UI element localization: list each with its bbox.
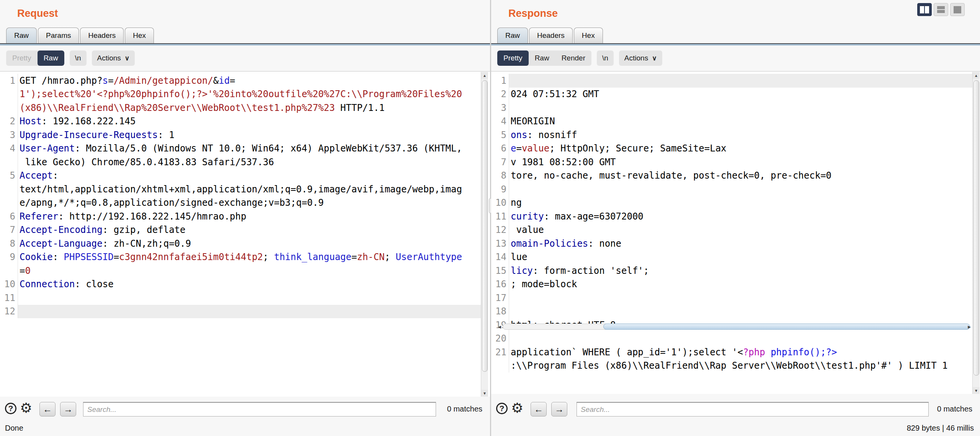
line-text [18,305,483,319]
editor-row: 5ons: nosniff [491,128,973,142]
scroll-down-icon[interactable]: ▼ [481,390,488,397]
line-number: 11 [0,291,18,305]
line-number: 2 [0,115,18,129]
tab-params[interactable]: Params [38,28,79,43]
status-message: Done [5,424,23,433]
line-text: tore, no-cache, must-revalidate, post-ch… [509,169,973,183]
editor-row: =0 [0,264,483,278]
request-searchbar: ? ⚙ ← → 0 matches [0,401,490,420]
tab-raw[interactable]: Raw [497,28,528,43]
editor-row: 5Accept: [0,169,483,183]
tab-headers[interactable]: Headers [529,28,573,43]
request-actions-button[interactable]: Actions ∨ [92,50,135,66]
line-number: 9 [0,251,18,264]
scroll-right-icon[interactable]: ▶ [966,324,972,330]
editor-row: 1GET /hmrao.php?s=/Admin/getappicon/&id= [0,74,483,88]
help-icon[interactable]: ? [496,403,508,414]
scroll-down-icon[interactable]: ▼ [973,387,980,394]
request-view-segments: PrettyRaw [6,50,64,66]
gear-icon[interactable]: ⚙ [511,400,523,416]
request-editor[interactable]: 1GET /hmrao.php?s=/Admin/getappicon/&id=… [0,71,490,397]
response-tabs: RawHeadersHex [497,28,603,43]
line-text: omain-Policies: none [509,237,973,251]
response-size-time: 829 bytes | 46 millis [907,424,974,433]
response-vertical-scrollbar[interactable]: ▲ ▼ [972,72,980,394]
line-number: 16 [491,278,509,291]
search-prev-button[interactable]: ← [39,402,56,416]
line-number: 14 [491,251,509,264]
editor-row: 14lue [491,251,973,264]
view-toggle-render[interactable]: Render [555,50,591,66]
response-toolbar: PrettyRawRender \n Actions ∨ [497,50,662,66]
chevron-down-icon: ∨ [125,54,129,62]
editor-row: 6Referer: http://192.168.222.145/hmrao.p… [0,210,483,223]
tab-headers[interactable]: Headers [80,28,124,43]
response-view-segments: PrettyRawRender [497,50,591,66]
view-toggle-raw[interactable]: Raw [38,50,64,66]
editor-row: 17 [491,291,973,305]
view-toggle-pretty[interactable]: Pretty [497,50,529,66]
editor-row: 11 [0,291,483,305]
line-number: 3 [491,101,509,115]
response-editor[interactable]: 12024 07:51:32 GMT34MEORIGIN5ons: nosnif… [491,71,980,394]
view-toggle-raw[interactable]: Raw [529,50,555,66]
line-number [0,182,18,196]
editor-row: (x86)\\RealFriend\\Rap%20Server\\WebRoot… [0,101,483,115]
response-search-input[interactable] [577,402,929,416]
line-text: MEORIGIN [509,115,973,129]
tab-hex[interactable]: Hex [574,28,603,43]
line-number: 1 [0,74,18,88]
line-text: ; mode=block [509,278,973,291]
line-text: e/apng,*/*;q=0.8,application/signed-exch… [18,196,483,210]
gear-icon[interactable]: ⚙ [20,400,32,416]
single-layout-button[interactable] [950,3,965,16]
line-text: e=value; HttpOnly; Secure; SameSite=Lax [509,142,973,156]
rows-layout-button[interactable] [934,3,948,16]
search-next-button[interactable]: → [60,402,76,416]
columns-layout-button[interactable] [917,3,932,16]
line-number [0,101,18,115]
rows-icon [937,6,945,13]
tab-hex[interactable]: Hex [125,28,154,43]
line-text: application` WHERE ( app_id='1');select … [509,345,973,359]
tab-underline-blue [0,44,490,46]
response-hscroll-thumb[interactable] [603,324,970,330]
scroll-left-icon[interactable]: ◀ [497,324,503,330]
help-icon[interactable]: ? [5,403,16,414]
line-text [509,182,973,196]
line-number: 3 [0,128,18,142]
line-text: v 1981 08:52:00 GMT [509,155,973,169]
line-text: licy: form-action 'self'; [509,264,973,278]
scroll-up-icon[interactable]: ▲ [973,72,980,79]
line-text: :\\Program Files (x86)\\RealFriend\\Rap … [509,359,973,373]
line-number: 15 [491,264,509,278]
line-number: 18 [491,305,509,319]
scroll-up-icon[interactable]: ▲ [481,72,488,79]
request-newline-button[interactable]: \n [70,50,87,66]
line-text: Accept-Encoding: gzip, deflate [18,223,483,237]
line-number: 4 [0,142,18,156]
response-scroll-thumb[interactable] [973,80,979,376]
request-scroll-thumb[interactable] [482,80,488,372]
editor-row: 3 [491,101,973,115]
view-toggle-pretty[interactable]: Pretty [6,50,38,66]
line-text: Referer: http://192.168.222.145/hmrao.ph… [18,210,483,223]
line-text: Host: 192.168.222.145 [18,115,483,129]
line-text: (x86)\\RealFriend\\Rap%20Server\\WebRoot… [18,101,483,115]
search-prev-button[interactable]: ← [531,402,547,416]
response-match-count: 0 matches [937,405,972,413]
tab-underline-blue [491,44,980,46]
search-next-button[interactable]: → [551,402,567,416]
editor-row: 12 [0,305,483,319]
response-newline-button[interactable]: \n [597,50,614,66]
line-text: GET /hmrao.php?s=/Admin/getappicon/&id= [18,74,483,88]
line-number: 8 [491,169,509,183]
response-actions-button[interactable]: Actions ∨ [619,50,662,66]
request-search-input[interactable] [83,402,436,416]
request-vertical-scrollbar[interactable]: ▲ ▼ [481,72,488,397]
line-text: ng [509,196,973,210]
editor-row: 3Upgrade-Insecure-Requests: 1 [0,128,483,142]
response-horizontal-scrollbar[interactable]: ◀ ▶ [497,323,972,330]
editor-row: 11curity: max-age=63072000 [491,210,973,223]
tab-raw[interactable]: Raw [6,28,37,43]
